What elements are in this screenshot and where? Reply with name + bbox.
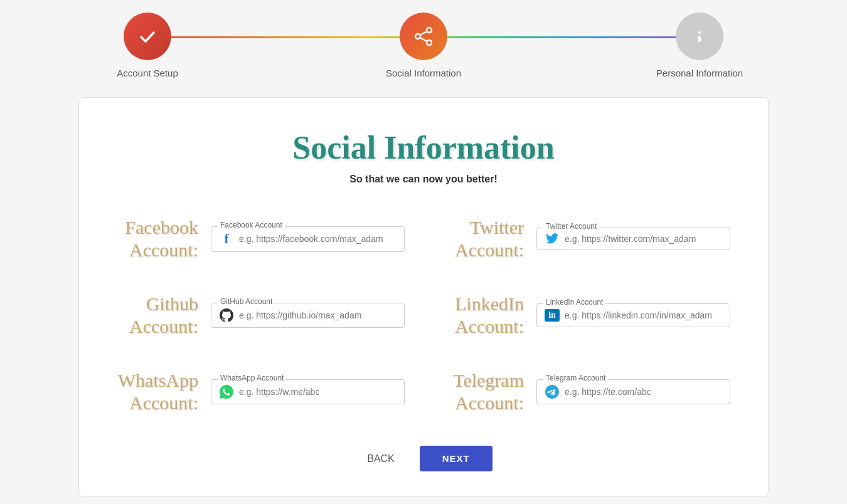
step-account-setup: Account Setup: [78, 13, 216, 78]
stepper: Account Setup Social Information Persona…: [78, 13, 769, 78]
step-label-account-setup: Account Setup: [117, 68, 178, 78]
telegram-icon: [545, 385, 560, 399]
facebook-row: FacebookAccount: Facebook Account f: [117, 216, 405, 261]
svg-point-5: [698, 31, 701, 34]
step-label-social-info: Social Information: [386, 68, 461, 78]
svg-line-4: [420, 31, 427, 35]
linkedin-row: LinkedInAccount: LinkedIn Account in: [442, 293, 730, 338]
github-row: GithubAccount: GitHub Account: [117, 293, 405, 338]
card-title: Social Information: [117, 129, 730, 166]
facebook-input[interactable]: [239, 234, 397, 244]
svg-line-3: [420, 38, 427, 41]
twitter-field-wrapper: Twitter Account: [536, 228, 730, 250]
twitter-input[interactable]: [565, 234, 722, 244]
github-label: GithubAccount:: [117, 293, 198, 338]
github-icon: [219, 308, 234, 322]
whatsapp-row: WhatsAppAccount: WhatsApp Account: [117, 369, 405, 414]
step-circle-personal-info: [676, 13, 723, 60]
linkedin-field-inner: in: [545, 309, 722, 322]
facebook-field-wrapper: Facebook Account f: [211, 226, 405, 252]
check-icon: [136, 25, 159, 48]
back-button[interactable]: BACK: [354, 446, 407, 471]
step-label-personal-info: Personal Information: [656, 68, 743, 78]
telegram-row: TelegramAccount: Telegram Account: [442, 369, 730, 414]
step-social-info: Social Information: [354, 13, 493, 78]
whatsapp-legend: WhatsApp Account: [218, 374, 286, 382]
form-grid: FacebookAccount: Facebook Account f Twit…: [117, 216, 730, 414]
telegram-field-wrapper: Telegram Account: [536, 379, 730, 404]
facebook-field-inner: f: [219, 232, 397, 246]
main-card: Social Information So that we can now yo…: [78, 97, 769, 497]
telegram-legend: Telegram Account: [543, 374, 608, 382]
twitter-label: TwitterAccount:: [442, 216, 524, 261]
svg-rect-6: [698, 36, 701, 42]
twitter-icon: [545, 233, 560, 244]
facebook-legend: Facebook Account: [218, 221, 285, 229]
whatsapp-icon: [219, 385, 234, 399]
next-button[interactable]: NEXT: [420, 446, 493, 471]
telegram-label: TelegramAccount:: [442, 369, 524, 414]
linkedin-legend: LinkedIn Account: [543, 298, 605, 307]
github-field-inner: [219, 308, 397, 322]
twitter-field-inner: [545, 233, 722, 244]
telegram-input[interactable]: [565, 387, 722, 397]
facebook-icon: f: [219, 232, 234, 246]
info-icon: [688, 25, 711, 48]
twitter-legend: Twitter Account: [543, 222, 599, 231]
whatsapp-input[interactable]: [239, 387, 397, 397]
step-personal-info: Personal Information: [631, 13, 769, 78]
linkedin-field-wrapper: LinkedIn Account in: [536, 303, 730, 327]
facebook-label: FacebookAccount:: [117, 216, 198, 261]
github-field-wrapper: GitHub Account: [211, 303, 405, 328]
whatsapp-label: WhatsAppAccount:: [117, 369, 198, 414]
share-icon: [412, 24, 435, 48]
linkedin-icon: in: [545, 309, 560, 322]
linkedin-label: LinkedInAccount:: [442, 293, 524, 338]
card-subtitle: So that we can now you better!: [117, 174, 730, 185]
github-input[interactable]: [239, 310, 397, 320]
twitter-row: TwitterAccount: Twitter Account: [442, 216, 730, 261]
button-row: BACK NEXT: [117, 446, 730, 471]
step-circle-social-info: [400, 13, 447, 60]
step-circle-account-setup: [124, 13, 171, 60]
telegram-field-inner: [545, 385, 722, 399]
whatsapp-field-wrapper: WhatsApp Account: [211, 379, 405, 404]
whatsapp-field-inner: [219, 385, 397, 399]
github-legend: GitHub Account: [218, 297, 275, 306]
linkedin-input[interactable]: [565, 310, 722, 320]
